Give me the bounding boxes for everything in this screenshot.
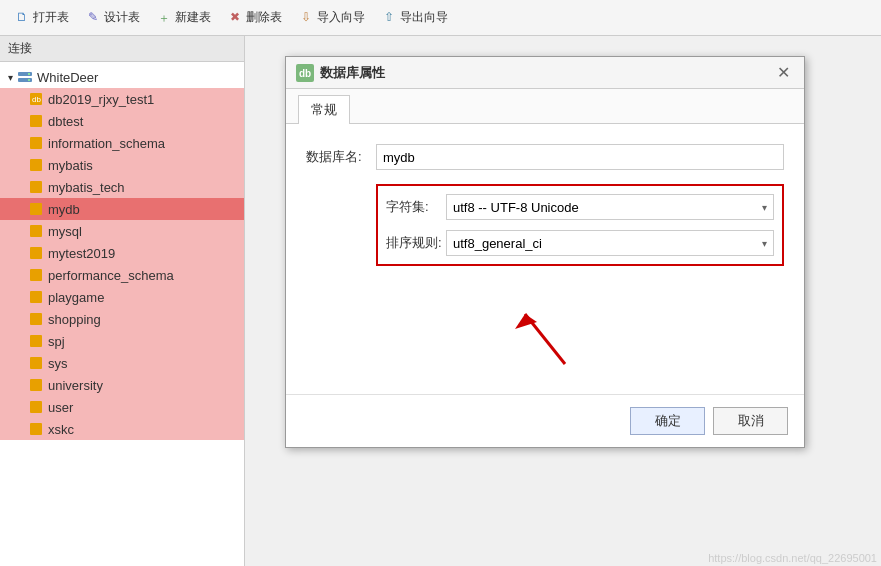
design-table-button[interactable]: ✎ 设计表 (79, 6, 146, 29)
db-item-mysql[interactable]: mysql (0, 220, 244, 242)
db-item-mybatis-tech[interactable]: mybatis_tech (0, 176, 244, 198)
db-item-label: sys (48, 356, 68, 371)
design-table-label: 设计表 (104, 9, 140, 26)
charset-dropdown-arrow: ▾ (762, 202, 767, 213)
delete-table-icon: ✖ (227, 10, 243, 26)
dbname-input[interactable] (376, 144, 784, 170)
open-table-icon: 🗋 (14, 10, 30, 26)
db-item-mybatis[interactable]: mybatis (0, 154, 244, 176)
charset-inner-row: 字符集: utf8 -- UTF-8 Unicode ▾ (386, 194, 774, 220)
open-table-label: 打开表 (33, 9, 69, 26)
db-item-label: mybatis_tech (48, 180, 125, 195)
connection-label: 连接 (0, 36, 244, 62)
db-icon (28, 311, 44, 327)
db-item-label: mytest2019 (48, 246, 115, 261)
db-icon (28, 179, 44, 195)
svg-text:db: db (32, 95, 41, 104)
delete-table-button[interactable]: ✖ 删除表 (221, 6, 288, 29)
db-icon (28, 399, 44, 415)
tree-root-node[interactable]: ▾ WhiteDeer (0, 66, 244, 88)
root-node-label: WhiteDeer (37, 70, 98, 85)
svg-rect-18 (30, 379, 42, 391)
db-icon (28, 223, 44, 239)
db-icon (28, 135, 44, 151)
db-item-db2019[interactable]: db db2019_rjxy_test1 (0, 88, 244, 110)
db-item-university[interactable]: university (0, 374, 244, 396)
import-wizard-label: 导入向导 (317, 9, 365, 26)
db-item-label: dbtest (48, 114, 83, 129)
db-item-label: db2019_rjxy_test1 (48, 92, 154, 107)
db-item-label: shopping (48, 312, 101, 327)
collation-inner-row: 排序规则: utf8_general_ci ▾ (386, 230, 774, 256)
dialog-title-left: db 数据库属性 (296, 64, 385, 82)
ok-button[interactable]: 确定 (630, 407, 705, 435)
open-table-button[interactable]: 🗋 打开表 (8, 6, 75, 29)
dbname-row: 数据库名: (306, 144, 784, 170)
db-icon (28, 289, 44, 305)
db-item-label: mybatis (48, 158, 93, 173)
db-icon (28, 377, 44, 393)
db-item-mytest2019[interactable]: mytest2019 (0, 242, 244, 264)
collation-label: 排序规则: (386, 234, 446, 252)
svg-rect-16 (30, 335, 42, 347)
sidebar: 连接 ▾ WhiteDeer (0, 36, 245, 566)
db-item-user[interactable]: user (0, 396, 244, 418)
app-container: 🗋 打开表 ✎ 设计表 ＋ 新建表 ✖ 删除表 ⇩ 导入向导 ⇧ 导出向导 连接 (0, 0, 881, 566)
db-icon (28, 333, 44, 349)
new-table-label: 新建表 (175, 9, 211, 26)
db-item-label: performance_schema (48, 268, 174, 283)
red-border-box: 字符集: utf8 -- UTF-8 Unicode ▾ 排序规则: (376, 184, 784, 266)
db-item-xskc[interactable]: xskc (0, 418, 244, 440)
collation-value: utf8_general_ci (453, 236, 542, 251)
db-item-sys[interactable]: sys (0, 352, 244, 374)
design-table-icon: ✎ (85, 10, 101, 26)
db-item-mydb[interactable]: mydb (0, 198, 244, 220)
dialog-db-icon: db (296, 64, 314, 82)
svg-rect-10 (30, 203, 42, 215)
arrow-annotation-svg (505, 294, 585, 374)
dialog-footer: 确定 取消 (286, 394, 804, 447)
svg-rect-12 (30, 247, 42, 259)
tree-root: ▾ WhiteDeer db (0, 62, 244, 444)
svg-rect-7 (30, 137, 42, 149)
dialog-close-button[interactable]: ✕ (773, 63, 794, 82)
export-wizard-button[interactable]: ⇧ 导出向导 (375, 6, 454, 29)
db-item-label: xskc (48, 422, 74, 437)
import-wizard-button[interactable]: ⇩ 导入向导 (292, 6, 371, 29)
dialog-tabs: 常规 (286, 89, 804, 124)
db-item-playgame[interactable]: playgame (0, 286, 244, 308)
svg-text:db: db (299, 68, 311, 79)
db-item-spj[interactable]: spj (0, 330, 244, 352)
db-item-label: playgame (48, 290, 104, 305)
db-icon (28, 267, 44, 283)
db-item-perf[interactable]: performance_schema (0, 264, 244, 286)
db-item-label: spj (48, 334, 65, 349)
svg-rect-9 (30, 181, 42, 193)
db-icon (28, 355, 44, 371)
db-item-label: mydb (48, 202, 80, 217)
cancel-button[interactable]: 取消 (713, 407, 788, 435)
db-icon (28, 245, 44, 261)
db-icon (28, 157, 44, 173)
db-icon (28, 113, 44, 129)
db-icon (28, 201, 44, 217)
new-table-button[interactable]: ＋ 新建表 (150, 6, 217, 29)
main-content: db 数据库属性 ✕ 常规 数据库名: (245, 36, 881, 566)
dbname-label: 数据库名: (306, 148, 376, 166)
import-icon: ⇩ (298, 10, 314, 26)
charset-select[interactable]: utf8 -- UTF-8 Unicode ▾ (446, 194, 774, 220)
db-item-shopping[interactable]: shopping (0, 308, 244, 330)
section-spacer (306, 184, 376, 280)
export-wizard-label: 导出向导 (400, 9, 448, 26)
server-icon (17, 69, 33, 85)
content-area: 连接 ▾ WhiteDeer (0, 36, 881, 566)
tab-general[interactable]: 常规 (298, 95, 350, 124)
arrow-annotation-container (306, 294, 784, 374)
db-item-label: information_schema (48, 136, 165, 151)
db-item-information[interactable]: information_schema (0, 132, 244, 154)
db-item-label: mysql (48, 224, 82, 239)
db-properties-dialog: db 数据库属性 ✕ 常规 数据库名: (285, 56, 805, 448)
db-item-label: university (48, 378, 103, 393)
db-item-dbtest[interactable]: dbtest (0, 110, 244, 132)
collation-select[interactable]: utf8_general_ci ▾ (446, 230, 774, 256)
